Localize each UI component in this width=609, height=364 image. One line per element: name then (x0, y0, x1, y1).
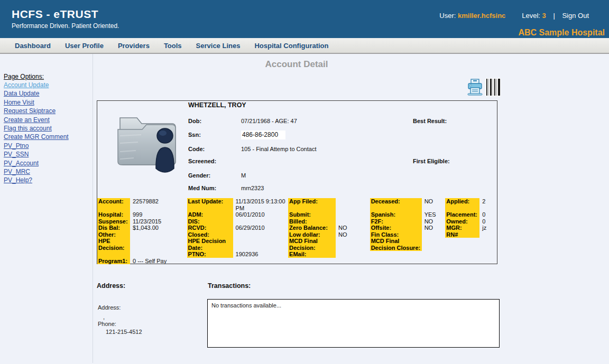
address-label: Address: (98, 304, 121, 311)
phone-value: 121-215-4512 (106, 329, 142, 335)
sidebar-link-data-update[interactable]: Data Update (4, 89, 93, 98)
grid-field-label: Spanish: (370, 211, 422, 218)
patient-field-dob: Dob:07/21/1968 - AGE: 47 (188, 118, 241, 124)
nav-item-service-lines[interactable]: Service Lines (196, 42, 241, 50)
grid-field-label: Hospital: (97, 211, 130, 218)
grid-field-label: HPE Decision: (97, 238, 130, 251)
sidebar-link-pv-mrc[interactable]: PV_MRC (4, 167, 93, 176)
grid-field-value: 0 (479, 211, 497, 218)
patient-field-ssn: Ssn:486-86-2800 (188, 132, 241, 138)
grid-row: HPE Decision: (97, 238, 187, 251)
patient-field-value: 07/21/1968 - AGE: 47 (241, 118, 297, 124)
grid-row: Other: (97, 231, 187, 238)
grid-row: Program1:0 --- Self Pay (97, 258, 187, 265)
grid-row: ADM:06/01/2010 (187, 211, 289, 218)
hospital-name: ABC Sample Hospital (518, 28, 605, 38)
sidebar-link-create-mgr-comment[interactable]: Create MGR Comment (4, 133, 93, 141)
grid-field-value (130, 205, 187, 212)
grid-row: Last Update:11/13/2015 9:13:00 PM (187, 198, 289, 211)
grid-field-label: Last Update: (187, 198, 233, 211)
grid-row: Applied:2 (445, 198, 497, 205)
grid-row: EMail: (288, 251, 370, 258)
grid-field-value: $1,043.00 (130, 225, 187, 231)
grid-field-value (336, 198, 370, 205)
account-detail-panel: WHETZELL, TROY Dob:07/21/1968 - AGE: 47S… (97, 100, 497, 264)
patient-field-label: Dob: (188, 118, 241, 124)
grid-row: Fin Class: (370, 231, 446, 238)
patient-field-screened: Screened: (188, 158, 241, 164)
grid-field-label: Account: (97, 198, 130, 205)
grid-field-label: Billed: (288, 218, 336, 225)
barcode-icon[interactable] (486, 78, 501, 98)
separator: | (553, 12, 555, 20)
grid-column-5: Applied:2Placement:0Owned:0MGR:jzRN# (445, 198, 497, 238)
grid-row (97, 205, 187, 212)
sidebar-link-request-skiptrace[interactable]: Request Skiptrace (4, 107, 93, 115)
grid-field-value: NO (336, 225, 370, 231)
patient-field-label: Screened: (188, 158, 241, 164)
grid-field-label (445, 205, 479, 212)
grid-field-label: Submit: (288, 211, 336, 218)
grid-field-value (233, 238, 289, 251)
app-header: HCFS - eTRUST Performance Driven. Patien… (0, 0, 609, 38)
sidebar-link-account-update[interactable]: Account Update (4, 81, 93, 89)
grid-field-label (97, 205, 130, 212)
nav-item-dashboard[interactable]: Dashboard (15, 42, 51, 50)
grid-row: MCD Final Decision Closure: (370, 238, 446, 251)
sidebar-link-flag-this-account[interactable]: Flag this account (4, 124, 93, 133)
grid-row: Placement:0 (445, 211, 497, 218)
grid-row: Hospital:999 (97, 211, 187, 218)
grid-field-label: Dis Bal: (97, 225, 130, 231)
patient-name: WHETZELL, TROY (188, 101, 246, 109)
content-area: Account Detail (93, 54, 609, 363)
patient-field-label: Med Num: (188, 185, 241, 191)
grid-field-label: App Filed: (288, 198, 336, 205)
grid-field-value (130, 231, 187, 238)
grid-field-label: Program1: (97, 258, 130, 265)
printer-icon[interactable] (467, 78, 483, 98)
grid-field-value: 2 (479, 198, 497, 205)
brand-block: HCFS - eTRUST Performance Driven. Patien… (12, 8, 119, 30)
spacer (513, 12, 515, 20)
grid-field-label: Suspense: (97, 218, 130, 225)
grid-column-1: Account:22579882Hospital:999Suspense:11/… (97, 198, 187, 264)
sidebar-link-pv-help[interactable]: PV_Help? (4, 176, 93, 184)
grid-field-value (233, 218, 289, 225)
nav-item-hospital-configuration[interactable]: Hospital Configuration (254, 42, 328, 50)
grid-field-value (422, 231, 446, 238)
grid-field-value (130, 251, 187, 258)
grid-row: DIS: (187, 218, 289, 225)
grid-row: Dis Bal:$1,043.00 (97, 225, 187, 231)
grid-row (445, 205, 497, 212)
grid-field-value (336, 218, 370, 225)
nav-item-providers[interactable]: Providers (118, 42, 150, 50)
sign-out-link[interactable]: Sign Out (562, 12, 589, 20)
sidebar: Page Options: Account UpdateData UpdateH… (0, 54, 93, 363)
grid-field-label: Deceased: (370, 198, 422, 205)
main-nav: DashboardUser ProfileProvidersToolsServi… (0, 38, 609, 54)
grid-field-value: 06/29/2010 (233, 225, 289, 231)
nav-item-tools[interactable]: Tools (164, 42, 182, 50)
page-title: Account Detail (97, 59, 496, 70)
grid-row: MCD Final Decision: (288, 238, 370, 251)
grid-row (288, 205, 370, 212)
phone-label: Phone: (98, 321, 116, 327)
sidebar-link-create-an-event[interactable]: Create an Event (4, 116, 93, 124)
sidebar-link-home-visit[interactable]: Home Visit (4, 98, 93, 107)
grid-field-value: 22579882 (130, 198, 187, 205)
sidebar-link-pv-ptno[interactable]: PV_Ptno (4, 142, 93, 150)
sidebar-link-pv-ssn[interactable]: PV_SSN (4, 150, 93, 158)
grid-row: RCVD:06/29/2010 (187, 225, 289, 231)
grid-field-value: jz (479, 225, 497, 231)
patient-field-label: Code: (188, 146, 241, 152)
grid-field-label (97, 251, 130, 258)
grid-row: Offsite:NO (370, 225, 446, 231)
grid-row: Zero Balance:NO (288, 225, 370, 231)
grid-field-label: Placement: (445, 211, 479, 218)
address-city-line: , (103, 314, 105, 320)
sidebar-link-pv-account[interactable]: PV_Account (4, 159, 93, 167)
nav-item-user-profile[interactable]: User Profile (65, 42, 104, 50)
transactions-empty-message: No transactions available... (211, 302, 281, 309)
grid-field-label: RCVD: (187, 225, 233, 231)
grid-row: Billed: (288, 218, 370, 225)
